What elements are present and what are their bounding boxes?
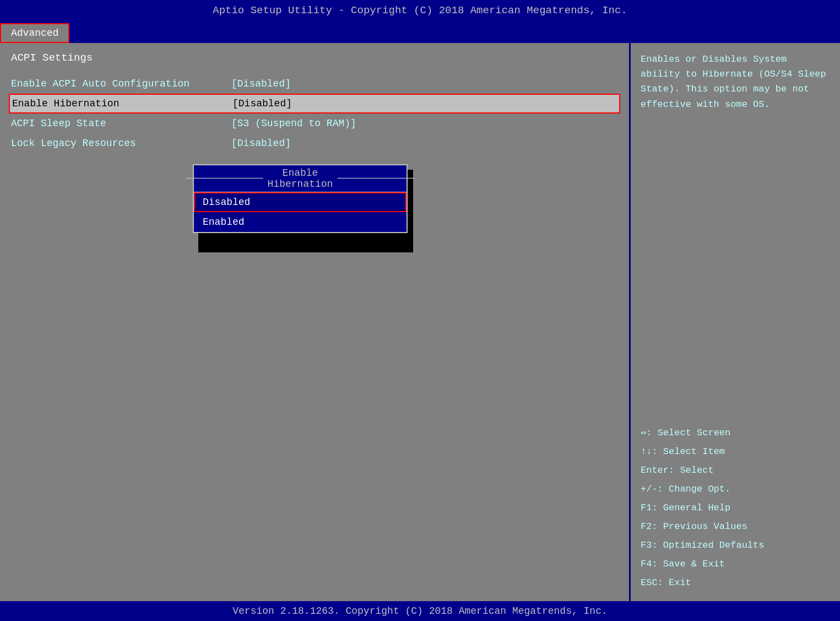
key-esc: ESC: Exit	[641, 574, 830, 592]
setting-value-hibernation: [Disabled]	[232, 98, 292, 109]
setting-row-acpi-auto[interactable]: Enable ACPI Auto Configuration [Disabled…	[11, 74, 618, 94]
key-f1: F1: General Help	[641, 499, 830, 517]
bios-screen: Aptio Setup Utility - Copyright (C) 2018…	[0, 0, 840, 621]
setting-value-sleep-state: [S3 (Suspend to RAM)]	[231, 118, 356, 129]
key-f3: F3: Optimized Defaults	[641, 536, 830, 555]
tab-advanced[interactable]: Advanced	[0, 23, 69, 43]
key-help: ⇔: Select Screen ↑↓: Select Item Enter: …	[641, 424, 830, 592]
version-text: Version 2.18.1263. Copyright (C) 2018 Am…	[232, 606, 608, 617]
setting-name-hibernation: Enable Hibernation	[12, 98, 232, 109]
setting-value-lock-legacy: [Disabled]	[231, 138, 291, 149]
setting-name-acpi-auto: Enable ACPI Auto Configuration	[11, 78, 231, 89]
title-text: Aptio Setup Utility - Copyright (C) 2018…	[213, 4, 627, 17]
popup-option-disabled[interactable]: Disabled	[194, 192, 407, 212]
key-f2: F2: Previous Values	[641, 517, 830, 536]
setting-name-lock-legacy: Lock Legacy Resources	[11, 138, 231, 149]
left-panel: ACPI Settings Enable ACPI Auto Configura…	[0, 43, 629, 601]
popup-title: Enable Hibernation	[194, 165, 407, 192]
setting-row-lock-legacy[interactable]: Lock Legacy Resources [Disabled]	[11, 133, 618, 153]
key-select-screen: ⇔: Select Screen	[641, 424, 830, 442]
key-select-item: ↑↓: Select Item	[641, 442, 830, 461]
popup-option-enabled[interactable]: Enabled	[194, 212, 407, 232]
key-enter: Enter: Select	[641, 461, 830, 480]
right-panel: Enables or Disables System ability to Hi…	[631, 43, 840, 601]
popup-overlay: Enable Hibernation Disabled Enabled	[193, 164, 408, 233]
title-bar: Aptio Setup Utility - Copyright (C) 2018…	[0, 0, 840, 21]
popup-dialog: Enable Hibernation Disabled Enabled	[193, 164, 408, 233]
key-change-opt: +/-: Change Opt.	[641, 480, 830, 499]
menu-bar: Advanced	[0, 21, 840, 43]
setting-value-acpi-auto: [Disabled]	[231, 78, 291, 89]
setting-name-sleep-state: ACPI Sleep State	[11, 118, 231, 129]
setting-row-sleep-state[interactable]: ACPI Sleep State [S3 (Suspend to RAM)]	[11, 114, 618, 133]
main-content: ACPI Settings Enable ACPI Auto Configura…	[0, 43, 840, 601]
key-f4: F4: Save & Exit	[641, 555, 830, 574]
section-title: ACPI Settings	[11, 52, 618, 64]
bottom-bar: Version 2.18.1263. Copyright (C) 2018 Am…	[0, 601, 840, 621]
help-text: Enables or Disables System ability to Hi…	[641, 52, 830, 112]
setting-row-hibernation[interactable]: Enable Hibernation [Disabled]	[9, 94, 620, 114]
